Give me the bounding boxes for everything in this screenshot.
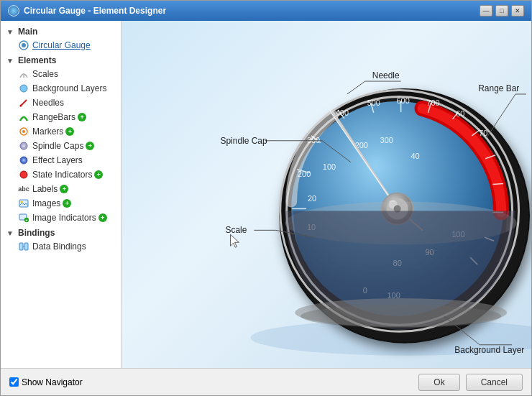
- gauge-small-icon: [18, 40, 29, 51]
- rangebar-label: Range Bar: [478, 83, 519, 93]
- stateindicator-icon: [18, 169, 29, 180]
- section-elements: ▼ Elements Scales: [1, 54, 121, 225]
- section-main: ▼ Main Circular Gauge: [1, 25, 121, 52]
- svg-text:400: 400: [336, 109, 349, 117]
- svg-text:700: 700: [426, 98, 439, 107]
- sidebar-item-data-bindings[interactable]: Data Bindings: [1, 239, 121, 254]
- image-indicators-add-badge[interactable]: +: [98, 213, 107, 222]
- svg-text:500: 500: [367, 98, 380, 107]
- effectlayer-icon: [18, 155, 29, 166]
- svg-text:70: 70: [479, 129, 487, 137]
- sidebar-item-spindle-caps[interactable]: Spindle Caps +: [1, 139, 121, 153]
- svg-rect-12: [19, 200, 28, 207]
- title-bar: Circular Gauge - Element Designer — □ ✕: [1, 1, 531, 21]
- data-bindings-label: Data Bindings: [32, 241, 86, 252]
- sidebar-item-circular-gauge[interactable]: Circular Gauge: [1, 38, 121, 52]
- svg-rect-18: [24, 243, 28, 250]
- svg-text:+: +: [26, 218, 28, 222]
- sidebar-item-image-indicators[interactable]: + Image Indicators +: [1, 211, 121, 225]
- background-icon: [18, 83, 29, 94]
- spindle-caps-add-badge[interactable]: +: [86, 142, 94, 150]
- effect-layers-label: Effect Layers: [32, 155, 83, 165]
- marker-icon: [18, 126, 29, 137]
- labels-label: Labels: [32, 184, 58, 194]
- sidebar: ▼ Main Circular Gauge ▼: [1, 21, 121, 368]
- scale-label: Scale: [225, 225, 247, 235]
- cancel-button[interactable]: Cancel: [466, 374, 523, 391]
- svg-text:40: 40: [411, 152, 419, 160]
- svg-line-72: [487, 94, 515, 137]
- circular-gauge-link[interactable]: Circular Gauge: [32, 40, 91, 50]
- window-icon: [8, 5, 19, 17]
- sidebar-item-markers[interactable]: Markers +: [1, 124, 121, 139]
- section-elements-label: Elements: [18, 55, 56, 65]
- section-bindings-header: ▼ Bindings: [1, 226, 121, 239]
- images-label: Images: [32, 198, 60, 208]
- svg-point-1: [22, 43, 26, 47]
- show-navigator-checkbox[interactable]: [9, 377, 19, 387]
- expand-elements-icon: ▼: [5, 55, 15, 65]
- section-main-header: ▼ Main: [1, 25, 121, 38]
- state-indicators-add-badge[interactable]: +: [94, 170, 103, 179]
- needles-label: Needles: [32, 98, 64, 108]
- svg-text:600: 600: [396, 96, 409, 105]
- expand-bindings-icon: ▼: [5, 228, 15, 238]
- window-title: Circular Gauge - Element Designer: [24, 6, 166, 16]
- images-add-badge[interactable]: +: [63, 199, 71, 208]
- labels-add-badge[interactable]: +: [60, 185, 68, 193]
- svg-point-7: [22, 130, 25, 133]
- sidebar-item-effect-layers[interactable]: Effect Layers: [1, 153, 121, 167]
- gauge-preview: 200 300 400 500 600 700 60 70 40 300 200…: [121, 21, 531, 368]
- spindle-caps-label: Spindle Caps: [32, 141, 83, 151]
- markers-label: Markers: [32, 126, 63, 137]
- sidebar-item-images[interactable]: Images +: [1, 196, 121, 211]
- sidebar-item-scales[interactable]: Scales: [1, 67, 121, 81]
- rangebars-label: RangeBars: [32, 112, 75, 122]
- svg-point-5: [20, 105, 22, 107]
- section-elements-header: ▼ Elements: [1, 54, 121, 67]
- needle-label: Needle: [372, 70, 400, 80]
- svg-point-9: [22, 144, 25, 147]
- rangebars-add-badge[interactable]: +: [78, 113, 86, 121]
- scales-label: Scales: [32, 69, 58, 79]
- title-controls: — □ ✕: [480, 5, 524, 17]
- rangebar-icon: [18, 111, 29, 123]
- section-main-label: Main: [18, 27, 37, 37]
- sidebar-item-rangebars[interactable]: RangeBars +: [1, 110, 121, 124]
- sidebar-item-state-indicators[interactable]: State Indicators +: [1, 167, 121, 182]
- show-navigator-label: Show Navigator: [22, 377, 83, 387]
- svg-line-70: [347, 81, 365, 94]
- section-bindings-label: Bindings: [18, 228, 55, 238]
- image-indicators-label: Image Indicators: [32, 213, 96, 223]
- section-bindings: ▼ Bindings Data Bindings: [1, 226, 121, 254]
- maximize-button[interactable]: □: [495, 5, 508, 17]
- markers-add-badge[interactable]: +: [65, 127, 74, 136]
- svg-point-10: [20, 157, 27, 164]
- close-button[interactable]: ✕: [511, 5, 524, 17]
- gauge-svg: 200 300 400 500 600 700 60 70 40 300 200…: [121, 21, 531, 368]
- spindlecap-label: Spindle Cap: [221, 136, 267, 146]
- expand-main-icon: ▼: [5, 27, 15, 37]
- svg-point-3: [20, 85, 27, 92]
- svg-text:300: 300: [380, 136, 393, 144]
- main-window: Circular Gauge - Element Designer — □ ✕ …: [0, 0, 532, 396]
- svg-text:60: 60: [456, 109, 464, 118]
- cursor-indicator: [230, 234, 239, 247]
- svg-point-11: [20, 171, 27, 178]
- svg-text:200: 200: [298, 170, 311, 178]
- sidebar-item-labels[interactable]: abc Labels +: [1, 182, 121, 196]
- state-indicators-label: State Indicators: [32, 170, 92, 180]
- svg-line-37: [492, 184, 503, 185]
- svg-text:300: 300: [307, 136, 320, 144]
- dialog-buttons: Ok Cancel: [418, 374, 523, 391]
- bottom-bar: Show Navigator Ok Cancel: [1, 368, 531, 395]
- image-icon: [18, 198, 29, 209]
- sidebar-item-needles[interactable]: Needles: [1, 96, 121, 110]
- sidebar-item-background-layers[interactable]: Background Layers: [1, 81, 121, 96]
- main-content: ▼ Main Circular Gauge ▼: [1, 21, 531, 368]
- imageindicator-icon: +: [18, 212, 29, 224]
- background-layers-label: Background Layers: [32, 83, 106, 93]
- needle-icon: [18, 97, 29, 109]
- minimize-button[interactable]: —: [480, 5, 492, 17]
- ok-button[interactable]: Ok: [418, 374, 459, 391]
